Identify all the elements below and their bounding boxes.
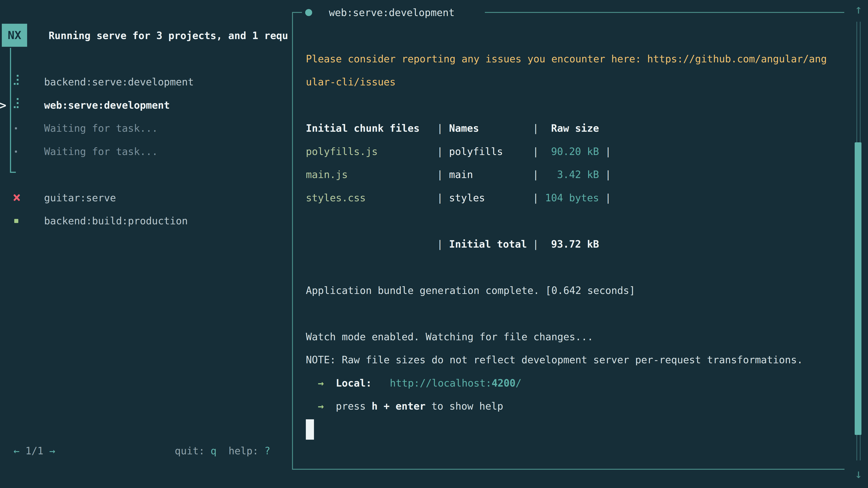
task-row-web-serve[interactable]: > web:serve:development (0, 94, 291, 117)
help-key: ? (265, 445, 271, 457)
chunk-file: styles.css (306, 192, 437, 203)
quit-hint-label: quit: (175, 445, 205, 457)
chunk-size: 3.42 kB (545, 169, 599, 180)
failed-x-icon (13, 194, 20, 201)
chunk-table-row: main.js | main | 3.42 kB | (306, 163, 611, 186)
arrow-right-icon: → (318, 400, 324, 412)
spinner-icon (14, 75, 19, 85)
watch-mode-line: Watch mode enabled. Watching for file ch… (306, 325, 593, 348)
issue-notice-line-2: ular-cli/issues (306, 70, 396, 94)
panel-border-top-segment (292, 12, 302, 13)
chunk-table-row: polyfills.js | polyfills | 90.20 kB | (306, 140, 611, 163)
column-separator: | (533, 192, 539, 203)
quit-key: q (211, 445, 217, 457)
chunk-size: 104 bytes (545, 192, 599, 203)
panel-title: web:serve:development (329, 1, 455, 24)
column-header-raw-size: Raw size (545, 123, 599, 134)
row-end-separator: | (605, 146, 611, 157)
task-list-sidebar: NX Running serve for 3 projects, and 1 r… (0, 0, 291, 488)
column-separator: | (533, 123, 539, 134)
help-hint-prefix: press (336, 400, 366, 412)
task-label: Waiting for task... (44, 146, 158, 157)
task-label: backend:build:production (44, 215, 188, 227)
task-row-backend-build[interactable]: backend:build:production (0, 209, 291, 232)
nx-logo: NX (2, 24, 27, 47)
pagination: ←1/1→ (13, 445, 55, 457)
column-separator: | (437, 146, 443, 157)
task-row-waiting-2[interactable]: Waiting for task... (0, 140, 291, 163)
row-end-separator: | (605, 169, 611, 180)
task-label-selected: web:serve:development (44, 99, 170, 111)
page-indicator: 1/1 (26, 445, 43, 457)
help-hint-keys: h + enter (372, 400, 426, 412)
local-server-line: → Local: http://localhost:4200/ (306, 371, 522, 395)
local-url[interactable]: http://localhost:4200/ (390, 377, 522, 389)
local-url-path: / (516, 377, 522, 389)
task-label: backend:serve:development (44, 76, 194, 88)
task-label: Waiting for task... (44, 123, 158, 134)
column-separator: | (437, 169, 443, 180)
initial-total-row: | Initial total | 93.72 kB (306, 232, 599, 256)
task-row-backend-serve[interactable]: backend:serve:development (0, 70, 291, 94)
terminal-cursor (306, 419, 314, 440)
page-next-arrow[interactable]: → (49, 445, 55, 457)
bundle-complete-line: Application bundle generation complete. … (306, 279, 635, 302)
sidebar-title: Running serve for 3 projects, and 1 requ (49, 24, 291, 47)
task-label: guitar:serve (44, 192, 116, 203)
raw-size-note-line: NOTE: Raw file sizes do not reflect deve… (306, 348, 803, 371)
panel-border-bottom (292, 469, 844, 470)
pending-dot-icon (15, 127, 17, 129)
pending-dot-icon (15, 151, 17, 153)
selected-chevron-icon: > (0, 99, 6, 112)
column-separator: | (533, 146, 539, 157)
nx-tui-screen: NX Running serve for 3 projects, and 1 r… (0, 0, 868, 488)
column-separator: | (533, 238, 539, 250)
scrollbar-thumb[interactable] (855, 142, 862, 435)
column-header-files: Initial chunk files (306, 123, 437, 134)
local-url-base: http://localhost: (390, 377, 491, 389)
chunk-size: 90.20 kB (545, 146, 599, 157)
nx-logo-text: NX (8, 29, 21, 42)
scroll-down-arrow-icon[interactable]: ↓ (852, 464, 865, 484)
column-separator: | (437, 238, 443, 250)
task-row-guitar-serve[interactable]: guitar:serve (0, 186, 291, 209)
panel-border-top-rule (485, 12, 844, 13)
help-hint-line: → press h + enter to show help (306, 394, 503, 418)
keyboard-hints: quit:qhelp:? (175, 445, 270, 457)
row-end-separator: | (605, 192, 611, 203)
task-group-guide-corner (10, 172, 16, 173)
help-hint-label: help: (228, 445, 258, 457)
initial-total-size: 93.72 kB (545, 238, 599, 250)
local-label: Local: (336, 377, 372, 389)
scroll-up-arrow-icon[interactable]: ↑ (852, 0, 865, 19)
chunk-file: polyfills.js (306, 146, 437, 157)
chunk-name: main (449, 169, 533, 180)
panel-border-left (292, 12, 293, 470)
column-separator: | (533, 169, 539, 180)
arrow-right-icon: → (318, 377, 324, 389)
page-prev-arrow[interactable]: ← (13, 445, 20, 457)
chunk-table-row: styles.css | styles | 104 bytes | (306, 186, 611, 209)
chunk-file: main.js (306, 169, 437, 180)
chunk-name: polyfills (449, 146, 533, 157)
chunk-table-header-row: Initial chunk files | Names | Raw size (306, 117, 599, 140)
help-hint-suffix: to show help (431, 400, 503, 412)
column-separator: | (437, 192, 443, 203)
local-url-port: 4200 (492, 377, 516, 389)
column-separator: | (437, 123, 443, 134)
success-square-icon (14, 219, 18, 223)
initial-total-label: Initial total (449, 238, 533, 250)
issue-notice-line-1: Please consider reporting any issues you… (306, 47, 827, 70)
sidebar-bottom-bar: ←1/1→ quit:qhelp:? (0, 439, 291, 462)
task-row-waiting-1[interactable]: Waiting for task... (0, 117, 291, 140)
chunk-name: styles (449, 192, 533, 203)
spinner-icon (14, 98, 19, 108)
running-status-dot-icon (305, 9, 312, 16)
column-header-names: Names (449, 123, 533, 134)
